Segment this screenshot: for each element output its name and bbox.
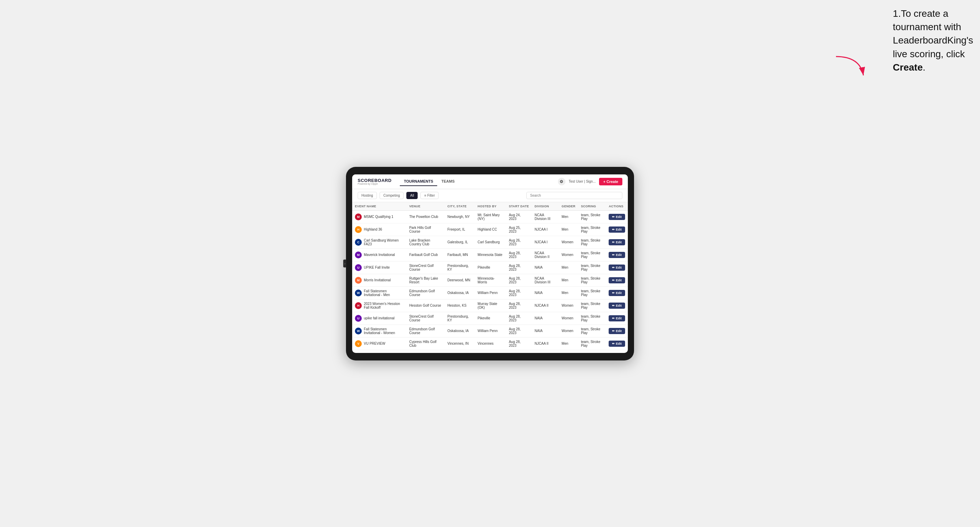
col-hosted-by: HOSTED BY [475,202,506,211]
tablet-device: › SCOREBOARD Powered by Clippit TOURNAME… [346,167,634,360]
top-nav-bar: SCOREBOARD Powered by Clippit TOURNAMENT… [352,175,628,189]
cell-actions: ✏ Edit [606,337,628,350]
cell-actions: ✏ Edit [606,299,628,312]
cell-venue: Faribault Golf Club [406,248,444,261]
col-city-state: CITY, STATE [445,202,475,211]
tournaments-table: EVENT NAME VENUE CITY, STATE HOSTED BY S… [352,202,628,353]
cell-division: NAIA [532,286,559,299]
edit-button[interactable]: ✏ Edit [609,265,625,271]
cell-gender: Women [559,350,578,353]
cell-event-name: W Fall Statesmen Invitational - Women [352,324,406,337]
cell-venue: Kokopelli Golf Club [406,350,444,353]
cell-scoring: team, Stroke Play [578,350,606,353]
col-division: DIVISION [532,202,559,211]
cell-scoring: team, Stroke Play [578,337,606,350]
cell-scoring: team, Stroke Play [578,248,606,261]
cell-venue: Ruttger's Bay Lake Resort [406,274,444,286]
cell-hosted: Pikeville [475,312,506,324]
search-input[interactable] [527,192,622,199]
cell-division: NJCAA I [532,236,559,248]
logo-sub: Powered by Clippit [358,183,391,185]
hosting-filter-btn[interactable]: Hosting [358,192,377,199]
table-row: M MSMC Qualifying 1 The Powelton Club Ne… [352,210,628,223]
filter-icon-btn[interactable]: ≡ Filter [420,192,439,199]
cell-hosted: Minnesota State [475,248,506,261]
cell-division: NJCAA II [532,299,559,312]
cell-date: Aug 28, 2023 [506,337,532,350]
table-row: K Klash at Kokopelli Kokopelli Golf Club… [352,350,628,353]
table-row: C Carl Sandburg Women FA23 Lake Bracken … [352,236,628,248]
cell-scoring: team, Stroke Play [578,236,606,248]
cell-event-name: M MSMC Qualifying 1 [352,210,406,223]
cell-city: Prestonsburg, KY [445,261,475,274]
cell-venue: Park Hills Golf Course [406,223,444,236]
edit-button[interactable]: ✏ Edit [609,341,625,347]
cell-scoring: team, Stroke Play [578,286,606,299]
cell-date: Aug 28, 2023 [506,350,532,353]
side-toggle[interactable]: › [343,260,346,268]
cell-event-name: V VU PREVIEW [352,337,406,350]
cell-venue: Hesston Golf Course [406,299,444,312]
cell-city: Marion, IL [445,350,475,353]
cell-date: Aug 28, 2023 [506,261,532,274]
cell-scoring: team, Stroke Play [578,299,606,312]
cell-division: NCAA Division III [532,210,559,223]
cell-scoring: team, Stroke Play [578,324,606,337]
edit-button[interactable]: ✏ Edit [609,277,625,283]
edit-button[interactable]: ✏ Edit [609,252,625,258]
cell-actions: ✏ Edit [606,236,628,248]
cell-scoring: team, Stroke Play [578,274,606,286]
table-header: EVENT NAME VENUE CITY, STATE HOSTED BY S… [352,202,628,211]
cell-hosted: William Penn [475,286,506,299]
cell-city: Oskaloosa, IA [445,286,475,299]
cell-event-name: H Highland 36 [352,223,406,236]
annotation-text: 1.To create a tournament with Leaderboar… [893,7,973,74]
settings-icon[interactable]: ⚙ [558,178,565,186]
cell-gender: Men [559,261,578,274]
edit-button[interactable]: ✏ Edit [609,214,625,220]
cell-event-name: U upike fall invitational [352,312,406,324]
competing-filter-btn[interactable]: Competing [380,192,404,199]
cell-event-name: U UPIKE Fall Invite [352,261,406,274]
col-actions: ACTIONS [606,202,628,211]
cell-event-name: C Carl Sandburg Women FA23 [352,236,406,248]
cell-city: Deerwood, MN [445,274,475,286]
user-label: Test User | Sign... [569,179,596,183]
cell-date: Aug 28, 2023 [506,299,532,312]
cell-division: NAIA [532,312,559,324]
cell-venue: Cypress Hills Golf Club [406,337,444,350]
cell-division: NCAA Division III [532,274,559,286]
edit-button[interactable]: ✏ Edit [609,239,625,245]
app-container: SCOREBOARD Powered by Clippit TOURNAMENT… [352,175,628,353]
all-filter-btn[interactable]: All [406,192,418,199]
nav-tab-teams[interactable]: TEAMS [437,177,459,186]
cell-hosted: Minnesota-Morris [475,274,506,286]
table-row: H Highland 36 Park Hills Golf Course Fre… [352,223,628,236]
cell-division: NJCAA I [532,350,559,353]
create-button[interactable]: + Create [599,178,622,186]
edit-button[interactable]: ✏ Edit [609,303,625,309]
cell-hosted: Mt. Saint Mary (NY) [475,210,506,223]
cell-city: Prestonsburg, KY [445,312,475,324]
cell-actions: ✏ Edit [606,223,628,236]
cell-actions: ✏ Edit [606,210,628,223]
cell-gender: Men [559,337,578,350]
edit-button[interactable]: ✏ Edit [609,315,625,321]
edit-button[interactable]: ✏ Edit [609,290,625,296]
col-venue: VENUE [406,202,444,211]
cell-venue: The Powelton Club [406,210,444,223]
cell-scoring: team, Stroke Play [578,312,606,324]
col-start-date: START DATE [506,202,532,211]
nav-tab-tournaments[interactable]: TOURNAMENTS [400,177,437,186]
cell-hosted: Murray State (OK) [475,299,506,312]
edit-button[interactable]: ✏ Edit [609,328,625,334]
table-row: V VU PREVIEW Cypress Hills Golf Club Vin… [352,337,628,350]
table-row: H 2023 Women's Hesston Fall Kickoff Hess… [352,299,628,312]
logo: SCOREBOARD Powered by Clippit [358,178,391,185]
cell-scoring: team, Stroke Play [578,210,606,223]
cell-scoring: team, Stroke Play [578,223,606,236]
cell-venue: Edmundson Golf Course [406,324,444,337]
cell-division: NAIA [532,324,559,337]
edit-button[interactable]: ✏ Edit [609,227,625,233]
cell-actions: ✏ Edit [606,286,628,299]
